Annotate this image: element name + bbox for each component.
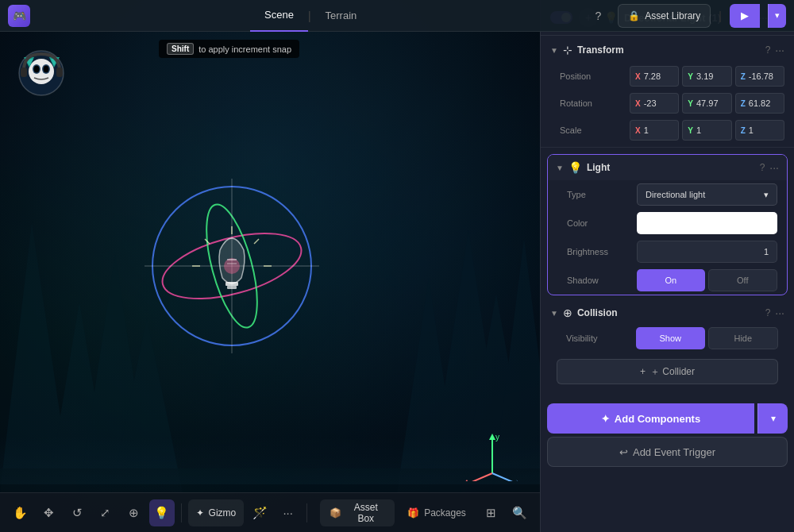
svg-point-13 <box>29 59 54 84</box>
hand-tool-btn[interactable]: ✋ <box>8 499 33 526</box>
visibility-toggle-group: Show Hide <box>636 327 778 349</box>
collision-more-btn[interactable]: ··· <box>775 306 784 319</box>
light-gizmo[interactable] <box>137 171 327 361</box>
brightness-label: Brightness <box>567 247 630 256</box>
add-components-dropdown-btn[interactable]: ▾ <box>757 403 788 434</box>
rotation-row: Rotation X -23 Y 47.97 Z 61.82 <box>541 90 794 117</box>
position-x-input[interactable]: X 7.28 <box>630 66 679 87</box>
bottom-toolbar: ✋ ✥ ↺ ⤢ ⊕ 💡 ✦ Gizmo 🪄 ··· 📦 Asset Box 🎁 … <box>0 492 540 532</box>
sy-axis-label: Y <box>688 126 693 135</box>
scale-y-input[interactable]: Y 1 <box>682 120 731 141</box>
collision-chevron: ▼ <box>550 309 558 318</box>
help-btn[interactable]: ? <box>586 4 610 28</box>
add-components-label: Add Components <box>615 413 700 425</box>
position-z-input[interactable]: Z -16.78 <box>735 66 784 87</box>
divider-1 <box>541 147 794 148</box>
app-logo: 🎮 <box>8 5 30 27</box>
color-swatch[interactable] <box>637 212 777 234</box>
gizmo-text: Gizmo <box>209 507 237 519</box>
add-event-trigger-btn[interactable]: ↩ Add Event Trigger <box>547 437 788 467</box>
wand-btn[interactable]: 🪄 <box>247 499 272 526</box>
tab-scene[interactable]: Scene <box>250 0 308 32</box>
svg-rect-30 <box>227 286 237 289</box>
transform-section-header[interactable]: ▼ ⊹ Transform ? ··· <box>541 36 794 63</box>
search-btn[interactable]: 🔍 <box>507 499 532 526</box>
packages-btn[interactable]: 🎁 Packages <box>398 499 476 526</box>
light-section-header[interactable]: ▼ 💡 Light ? ··· <box>548 155 787 180</box>
visibility-hide-btn[interactable]: Hide <box>708 327 779 349</box>
position-x-value: 7.28 <box>644 71 661 81</box>
right-panel: + 💡 Directional Light (1) ··· ✕ ▼ ⊹ Tran… <box>540 0 794 532</box>
shift-tip-text: to apply increment snap <box>198 44 291 54</box>
rotation-z-value: 61.82 <box>749 98 771 108</box>
brightness-input[interactable]: 1 <box>637 241 777 263</box>
rotate-tool-btn[interactable]: ↺ <box>64 499 90 526</box>
scale-y-value: 1 <box>696 125 701 135</box>
dropdown-arrow: ▾ <box>764 190 769 200</box>
light-title: Light <box>587 162 755 173</box>
light-help-btn[interactable]: ? <box>760 162 765 173</box>
viewport[interactable]: Shift to apply increment snap <box>0 0 540 532</box>
add-components-btn[interactable]: ✦ Add Components <box>547 403 754 434</box>
z-axis-label: Z <box>741 72 746 81</box>
grid-btn[interactable]: ⊞ <box>479 499 504 526</box>
sx-axis-label: X <box>635 126 641 135</box>
collision-section-header[interactable]: ▼ ⊕ Collision ? ··· <box>547 302 788 324</box>
shadow-toggle-group: On Off <box>637 269 777 291</box>
scale-tool-btn[interactable]: ⤢ <box>93 499 118 526</box>
shadow-row: Shadow On Off <box>548 266 787 295</box>
asset-box-btn[interactable]: 📦 Asset Box <box>320 499 395 526</box>
transform-more-btn[interactable]: ··· <box>775 44 784 56</box>
ry-axis-label: Y <box>688 99 693 108</box>
position-y-input[interactable]: Y 3.19 <box>682 66 731 87</box>
rotation-y-input[interactable]: Y 47.97 <box>682 93 731 114</box>
shadow-off-btn[interactable]: Off <box>708 269 778 291</box>
svg-text:x: x <box>461 480 464 481</box>
sz-axis-label: Z <box>741 126 746 135</box>
add-collider-btn[interactable]: + ＋ Collider <box>557 359 778 384</box>
logo-area: 🎮 <box>0 5 123 27</box>
asset-library-btn[interactable]: 🔒 Asset Library <box>618 4 711 28</box>
rotation-x-value: -23 <box>644 98 657 108</box>
scale-x-input[interactable]: X 1 <box>630 120 679 141</box>
add-event-label: Add Event Trigger <box>633 446 715 458</box>
transform-help-btn[interactable]: ? <box>765 44 771 56</box>
rotation-y-value: 47.97 <box>696 98 719 108</box>
shift-key: Shift <box>167 43 194 55</box>
svg-line-45 <box>492 473 520 481</box>
light-chevron: ▼ <box>556 164 564 172</box>
scale-z-input[interactable]: Z 1 <box>735 120 784 141</box>
svg-text:y: y <box>495 433 499 441</box>
position-label: Position <box>560 71 623 81</box>
svg-line-42 <box>464 473 492 481</box>
type-dropdown[interactable]: Directional light ▾ <box>637 183 777 206</box>
topbar: 🎮 Scene | Terrain ? 🔒 Asset Library | ▶ … <box>0 0 794 32</box>
play-dropdown-btn[interactable]: ▾ <box>768 4 786 28</box>
rotation-inputs: X -23 Y 47.97 Z 61.82 <box>630 93 784 114</box>
more-btn[interactable]: ··· <box>276 499 301 526</box>
collider-label: ＋ Collider <box>650 365 695 379</box>
light-more-btn[interactable]: ··· <box>769 161 779 174</box>
visibility-show-btn[interactable]: Show <box>636 327 705 349</box>
light-tool-btn[interactable]: 💡 <box>149 499 175 526</box>
type-value: Directional light <box>646 190 705 199</box>
rotation-x-input[interactable]: X -23 <box>630 93 679 114</box>
multi-tool-btn[interactable]: ⊕ <box>121 499 146 526</box>
shadow-on-btn[interactable]: On <box>637 269 705 291</box>
asset-box-label: Asset Box <box>346 502 385 524</box>
gizmo-label[interactable]: ✦ Gizmo <box>188 499 245 526</box>
rotation-z-input[interactable]: Z 61.82 <box>735 93 784 114</box>
tab-group: Scene | Terrain <box>250 0 371 32</box>
light-section: ▼ 💡 Light ? ··· Type Directional light ▾… <box>547 154 788 295</box>
topbar-right: ? 🔒 Asset Library | ▶ ▾ <box>586 4 794 28</box>
scale-z-value: 1 <box>749 125 754 135</box>
move-tool-btn[interactable]: ✥ <box>37 499 62 526</box>
tab-terrain[interactable]: Terrain <box>311 0 372 32</box>
brightness-row: Brightness 1 <box>548 237 787 266</box>
toolbar-sep-1 <box>181 503 182 522</box>
asset-library-label: Asset Library <box>645 10 700 21</box>
packages-icon: 🎁 <box>407 507 419 519</box>
play-btn[interactable]: ▶ <box>730 4 760 28</box>
collision-help-btn[interactable]: ? <box>765 307 771 318</box>
position-y-value: 3.19 <box>696 71 713 81</box>
